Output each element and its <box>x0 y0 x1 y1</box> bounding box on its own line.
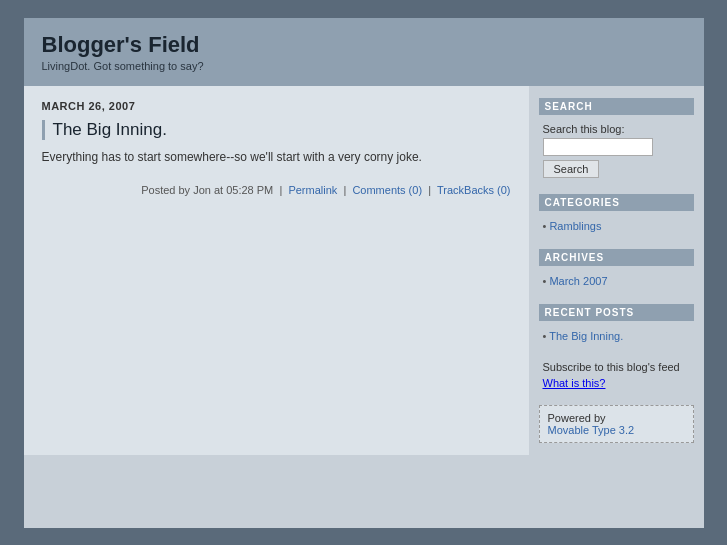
recent-posts-list: The Big Inning. <box>543 329 690 343</box>
subscribe-text: Subscribe to this blog's feed <box>543 361 690 373</box>
recent-post-link[interactable]: The Big Inning. <box>549 330 623 342</box>
sidebar-categories-section: Categories Ramblings <box>539 194 694 237</box>
post-author: Posted by Jon at 05:28 PM <box>141 184 273 196</box>
categories-section-title: Categories <box>539 194 694 211</box>
powered-by-text: Powered by <box>548 412 606 424</box>
comments-link[interactable]: Comments (0) <box>352 184 422 196</box>
site-header: Blogger's Field LivingDot. Got something… <box>24 18 704 86</box>
site-subtitle: LivingDot. Got something to say? <box>42 60 686 72</box>
main-content: March 26, 2007 The Big Inning. Everythin… <box>24 86 529 455</box>
list-item: Ramblings <box>543 219 690 233</box>
search-section-content: Search this blog: Search <box>539 121 694 182</box>
search-label: Search this blog: <box>543 123 690 135</box>
post-footer: Posted by Jon at 05:28 PM | Permalink | … <box>42 184 511 196</box>
post-body: Everything has to start somewhere--so we… <box>42 148 511 166</box>
permalink-link[interactable]: Permalink <box>288 184 337 196</box>
content-layout: March 26, 2007 The Big Inning. Everythin… <box>24 86 704 455</box>
categories-section-content: Ramblings <box>539 217 694 237</box>
search-section-title: Search <box>539 98 694 115</box>
outer-wrapper: Blogger's Field LivingDot. Got something… <box>0 0 727 545</box>
post-date: March 26, 2007 <box>42 100 511 112</box>
sidebar-search-section: Search Search this blog: Search <box>539 98 694 182</box>
sidebar: Search Search this blog: Search Categori… <box>529 86 704 455</box>
list-item: March 2007 <box>543 274 690 288</box>
sidebar-archives-section: Archives March 2007 <box>539 249 694 292</box>
post-title-wrapper: The Big Inning. <box>42 120 511 140</box>
archives-section-content: March 2007 <box>539 272 694 292</box>
recent-posts-section-title: Recent Posts <box>539 304 694 321</box>
list-item: The Big Inning. <box>543 329 690 343</box>
powered-by-link[interactable]: Movable Type 3.2 <box>548 424 635 436</box>
page-container: Blogger's Field LivingDot. Got something… <box>24 18 704 528</box>
archives-list: March 2007 <box>543 274 690 288</box>
category-link[interactable]: Ramblings <box>549 220 601 232</box>
subscribe-link[interactable]: What is this? <box>543 377 606 389</box>
sidebar-recent-posts-section: Recent Posts The Big Inning. <box>539 304 694 347</box>
archive-link[interactable]: March 2007 <box>549 275 607 287</box>
archives-section-title: Archives <box>539 249 694 266</box>
site-title: Blogger's Field <box>42 32 686 58</box>
recent-posts-section-content: The Big Inning. <box>539 327 694 347</box>
categories-list: Ramblings <box>543 219 690 233</box>
subscribe-section-content: Subscribe to this blog's feed What is th… <box>539 359 694 393</box>
trackbacks-link[interactable]: TrackBacks (0) <box>437 184 511 196</box>
post-title: The Big Inning. <box>53 120 511 140</box>
sidebar-subscribe-section: Subscribe to this blog's feed What is th… <box>539 359 694 393</box>
search-button[interactable]: Search <box>543 160 600 178</box>
powered-by-box: Powered by Movable Type 3.2 <box>539 405 694 443</box>
search-input[interactable] <box>543 138 653 156</box>
